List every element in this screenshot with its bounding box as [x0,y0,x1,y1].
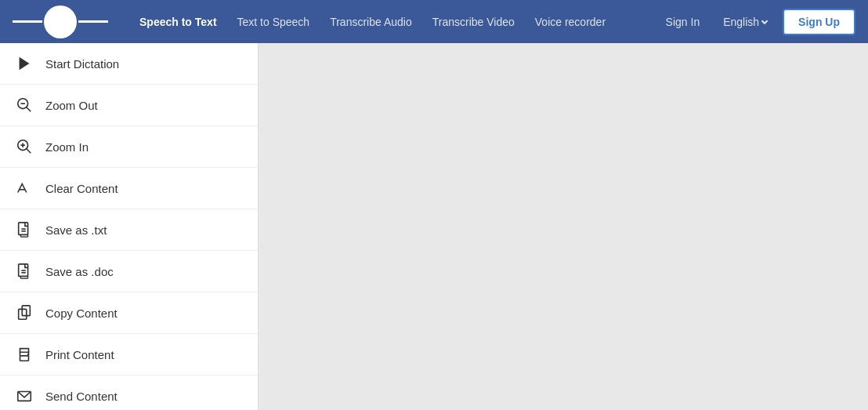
print-icon [14,344,34,365]
svg-point-18 [27,354,29,355]
svg-line-3 [27,107,31,112]
logo-circle [44,5,77,38]
dictation-icon [14,53,34,74]
sidebar: Start Dictation Zoom Out [0,43,259,410]
nav-transcribe-audio[interactable]: Transcribe Audio [322,11,420,33]
main-content [259,43,868,410]
sidebar-label-send-content: Send Content [45,390,118,403]
svg-line-7 [27,149,31,154]
zoom-in-icon [14,136,34,157]
logo-line-right [78,20,108,23]
sidebar-label-zoom-out: Zoom Out [45,99,98,112]
sidebar-item-send-content[interactable]: Send Content [0,376,258,410]
nav-transcribe-video[interactable]: Transcribe Video [425,11,523,33]
chevron-down-icon [761,17,768,24]
logo [13,5,108,38]
sign-up-button[interactable]: Sign Up [783,9,855,35]
clear-icon [14,178,34,198]
sidebar-item-start-dictation[interactable]: Start Dictation [0,43,258,85]
nav-voice-recorder[interactable]: Voice recorder [527,11,613,33]
sidebar-label-start-dictation: Start Dictation [45,57,119,71]
nav-speech-to-text[interactable]: Speech to Text [132,11,225,33]
svg-marker-0 [20,57,30,71]
header: Speech to Text Text to Speech Transcribe… [0,0,868,43]
sidebar-label-print-content: Print Content [45,348,114,361]
svg-rect-17 [20,356,29,361]
layout: Start Dictation Zoom Out [0,43,868,410]
zoom-out-icon [14,95,34,115]
save-doc-icon [14,261,34,281]
language-selector[interactable]: English [715,11,775,33]
logo-line-left [13,20,42,23]
sidebar-item-clear-content[interactable]: Clear Content [0,168,258,209]
sidebar-label-save-doc: Save as .doc [45,265,114,278]
sidebar-item-print-content[interactable]: Print Content [0,334,258,376]
header-right: Sign In English Sign Up [658,9,855,35]
sign-in-button[interactable]: Sign In [658,11,708,33]
sidebar-item-save-txt[interactable]: Save as .txt [0,209,258,251]
sidebar-label-clear-content: Clear Content [45,182,118,195]
sidebar-label-zoom-in: Zoom In [45,140,89,154]
sidebar-label-save-txt: Save as .txt [45,223,107,237]
send-icon [14,386,34,406]
save-txt-icon [14,220,34,240]
sidebar-item-copy-content[interactable]: Copy Content [0,292,258,334]
nav-links: Speech to Text Text to Speech Transcribe… [132,11,613,33]
sidebar-item-save-doc[interactable]: Save as .doc [0,251,258,292]
copy-icon [14,303,34,323]
sidebar-item-zoom-out[interactable]: Zoom Out [0,85,258,126]
sidebar-item-zoom-in[interactable]: Zoom In [0,126,258,168]
sidebar-label-copy-content: Copy Content [45,307,118,320]
nav-text-to-speech[interactable]: Text to Speech [230,11,318,33]
